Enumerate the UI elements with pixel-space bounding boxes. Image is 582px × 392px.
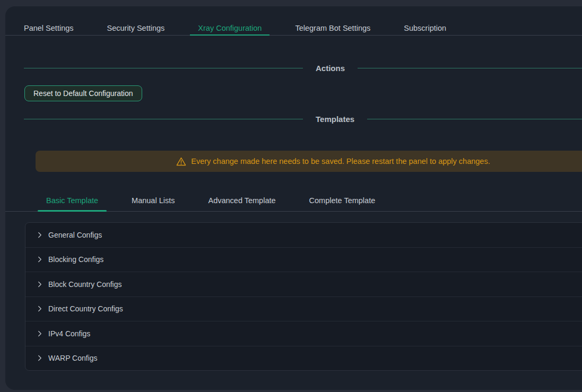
collapse-header-direct-country-configs[interactable]: Direct Country Configs [25,297,582,321]
tab-security-settings[interactable]: Security Settings [99,21,173,35]
collapse-header-warp-configs[interactable]: WARP Configs [25,346,582,371]
settings-tab-bar: Panel Settings Security Settings Xray Co… [5,6,582,36]
collapse-header-ipv4-configs[interactable]: IPv4 Configs [25,321,582,346]
chevron-right-icon [37,232,43,238]
tab-label: Telegram Bot Settings [295,24,370,32]
tab-label: Advanced Template [208,196,275,205]
tab-panel-settings[interactable]: Panel Settings [16,21,82,35]
collapse-header-block-country-configs[interactable]: Block Country Configs [25,272,582,297]
chevron-right-icon [37,355,43,361]
settings-card: Panel Settings Security Settings Xray Co… [5,6,582,390]
tab-subscription[interactable]: Subscription [396,21,454,35]
reset-to-default-button[interactable]: Reset to Default Configuration [24,85,142,101]
actions-divider: Actions [24,62,582,74]
chevron-right-icon [37,256,43,263]
collapse-label: Direct Country Configs [48,304,123,313]
tab-label: Security Settings [107,24,165,32]
tab-label: Manual Lists [132,196,175,205]
tab-telegram-bot-settings[interactable]: Telegram Bot Settings [287,21,378,35]
tab-manual-lists[interactable]: Manual Lists [123,190,183,211]
tab-label: Panel Settings [24,24,74,32]
warning-triangle-icon [176,157,186,166]
chevron-right-icon [37,330,43,337]
warning-alert: Every change made here needs to be saved… [36,151,582,172]
collapse-label: WARP Configs [48,354,98,362]
collapse-label: Block Country Configs [48,280,122,289]
tab-label: Complete Template [309,196,376,205]
templates-section-title: Templates [303,115,367,124]
tab-label: Basic Template [46,196,98,205]
divider-line [24,68,303,68]
templates-divider: Templates [24,113,582,125]
tab-label: Subscription [404,24,446,32]
actions-section-title: Actions [303,64,358,73]
collapse-label: IPv4 Configs [48,329,90,338]
template-tab-bar: Basic Template Manual Lists Advanced Tem… [5,172,582,212]
collapse-label: Blocking Configs [48,255,103,264]
config-collapse-list: General Configs Blocking Configs Block C… [25,222,582,371]
divider-line [24,119,303,119]
tab-xray-configuration[interactable]: Xray Configuration [190,21,270,35]
tab-basic-template[interactable]: Basic Template [38,190,107,211]
tab-label: Xray Configuration [198,24,262,32]
chevron-right-icon [37,281,43,288]
warning-text: Every change made here needs to be saved… [191,157,490,165]
chevron-right-icon [37,306,43,312]
collapse-header-blocking-configs[interactable]: Blocking Configs [25,247,582,272]
collapse-label: General Configs [48,231,102,239]
divider-line [358,68,582,68]
tab-advanced-template[interactable]: Advanced Template [199,190,284,211]
divider-line [367,119,582,119]
tab-complete-template[interactable]: Complete Template [301,190,384,211]
collapse-header-general-configs[interactable]: General Configs [25,223,582,247]
